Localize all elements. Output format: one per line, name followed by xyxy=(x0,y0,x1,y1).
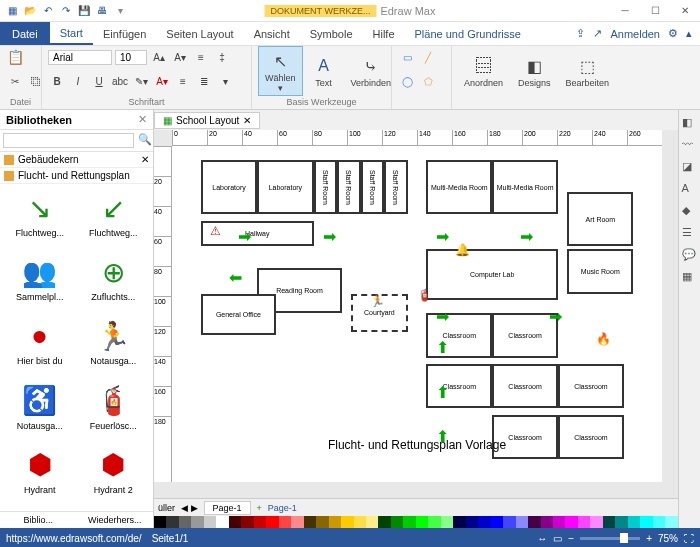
library-category-2[interactable]: Flucht- und Rettungsplan xyxy=(0,168,153,184)
tab-start[interactable]: Start xyxy=(50,23,93,45)
footer-restore[interactable]: Wiederhers... xyxy=(77,512,154,528)
align-left-icon[interactable]: ≡ xyxy=(174,73,192,91)
undo-icon[interactable]: ↶ xyxy=(40,3,56,19)
increase-font-icon[interactable]: A▴ xyxy=(150,48,168,66)
edit-tool[interactable]: ⬚Bearbeiten xyxy=(560,52,616,90)
shape-item[interactable]: ↘Fluchtweg... xyxy=(4,188,76,250)
library-category-1[interactable]: Gebäudekern✕ xyxy=(0,152,153,168)
room-staff3[interactable]: Staff Room xyxy=(361,160,385,214)
redo-icon[interactable]: ↷ xyxy=(58,3,74,19)
tab-symbols[interactable]: Symbole xyxy=(300,24,363,44)
strike-icon[interactable]: abc xyxy=(111,73,129,91)
connector-tool[interactable]: ⤷Verbinden xyxy=(345,52,398,90)
shape-item[interactable]: 🧯Feuerlösc... xyxy=(78,381,150,443)
size-select[interactable] xyxy=(115,50,147,65)
fit-width-icon[interactable]: ↔ xyxy=(537,533,547,544)
highlight-icon[interactable]: ✎▾ xyxy=(132,73,150,91)
fill-icon[interactable]: ◧ xyxy=(682,116,698,132)
room-art[interactable]: Art Room xyxy=(567,192,633,246)
shape-item[interactable]: ⬢Hydrant 2 xyxy=(78,445,150,507)
italic-icon[interactable]: I xyxy=(69,73,87,91)
maximize-button[interactable]: ☐ xyxy=(640,0,670,22)
footer-library[interactable]: Biblio... xyxy=(0,512,77,528)
arrange-tool[interactable]: ⿳Anordnen xyxy=(458,52,509,90)
drawing-canvas[interactable]: Laboratory Laboratory Staff Room Staff R… xyxy=(172,146,662,482)
zoom-out-icon[interactable]: − xyxy=(568,533,574,544)
room-c5[interactable]: Classroom xyxy=(558,364,624,409)
tab-page-layout[interactable]: Seiten Layout xyxy=(156,24,243,44)
paste-icon[interactable]: 📋 xyxy=(6,48,24,66)
tab-plans[interactable]: Pläne und Grundrisse xyxy=(405,24,531,44)
room-mm1[interactable]: Multi-Media Room xyxy=(426,160,492,214)
share-icon[interactable]: ⇪ xyxy=(576,27,585,40)
properties-icon[interactable]: ▦ xyxy=(682,270,698,286)
room-c6[interactable]: Classroom xyxy=(492,415,558,460)
shape-item[interactable]: 🏃Notausga... xyxy=(78,316,150,378)
room-general[interactable]: General Office xyxy=(201,294,276,335)
room-c4[interactable]: Classroom xyxy=(492,364,558,409)
shape-rect-icon[interactable]: ▭ xyxy=(398,48,416,66)
room-staff1[interactable]: Staff Room xyxy=(314,160,338,214)
search-icon[interactable]: 🔍 xyxy=(134,133,156,148)
file-menu[interactable]: Datei xyxy=(0,22,50,45)
page-tab-1[interactable]: Page-1 xyxy=(204,501,251,515)
underline-icon[interactable]: U xyxy=(90,73,108,91)
tab-help[interactable]: Hilfe xyxy=(363,24,405,44)
room-lab2[interactable]: Laboratory xyxy=(257,160,313,214)
room-mm2[interactable]: Multi-Media Room xyxy=(492,160,558,214)
shadow-icon[interactable]: ◪ xyxy=(682,160,698,176)
shape-item[interactable]: ♿Notausga... xyxy=(4,381,76,443)
settings-icon[interactable]: ⚙ xyxy=(668,27,678,40)
comment-icon[interactable]: 💬 xyxy=(682,248,698,264)
text-tool[interactable]: AText xyxy=(306,52,342,90)
room-staff2[interactable]: Staff Room xyxy=(337,160,361,214)
theme-icon[interactable]: ◆ xyxy=(682,204,698,220)
shape-item[interactable]: ●Hier bist du xyxy=(4,316,76,378)
shape-item[interactable]: ⊕Zufluchts... xyxy=(78,252,150,314)
status-url[interactable]: https://www.edrawsoft.com/de/ xyxy=(6,533,142,544)
close-tab-icon[interactable]: ✕ xyxy=(243,115,251,126)
shape-item[interactable]: ⬢Hydrant xyxy=(4,445,76,507)
align-center-icon[interactable]: ≣ xyxy=(195,73,213,91)
page-tab-2[interactable]: Page-1 xyxy=(268,503,297,513)
tab-view[interactable]: Ansicht xyxy=(244,24,300,44)
new-icon[interactable]: ▦ xyxy=(4,3,20,19)
add-page-icon[interactable]: + xyxy=(257,503,262,513)
cut-icon[interactable]: ✂ xyxy=(6,73,24,91)
minimize-button[interactable]: ─ xyxy=(610,0,640,22)
shape-line-icon[interactable]: ╱ xyxy=(419,48,437,66)
more-font-icon[interactable]: ▾ xyxy=(216,73,234,91)
bold-icon[interactable]: B xyxy=(48,73,66,91)
zoom-slider[interactable] xyxy=(580,537,640,540)
bullets-icon[interactable]: ≡ xyxy=(192,48,210,66)
room-staff4[interactable]: Staff Room xyxy=(384,160,408,214)
fit-page-icon[interactable]: ▭ xyxy=(553,533,562,544)
decrease-font-icon[interactable]: A▾ xyxy=(171,48,189,66)
color-picker-bar[interactable] xyxy=(154,516,678,528)
shape-star-icon[interactable]: ⬠ xyxy=(419,73,437,91)
select-tool[interactable]: ↖Wählen▾ xyxy=(258,46,303,96)
more-icon[interactable]: ▾ xyxy=(112,3,128,19)
room-c7[interactable]: Classroom xyxy=(558,415,624,460)
close-button[interactable]: ✕ xyxy=(670,0,700,22)
zoom-in-icon[interactable]: + xyxy=(646,533,652,544)
shape-oval-icon[interactable]: ◯ xyxy=(398,73,416,91)
room-music[interactable]: Music Room xyxy=(567,249,633,294)
linespacing-icon[interactable]: ‡ xyxy=(213,48,231,66)
room-lab1[interactable]: Laboratory xyxy=(201,160,257,214)
signin-link[interactable]: Anmelden xyxy=(610,28,660,40)
room-complab[interactable]: Computer Lab xyxy=(426,249,558,300)
tab-insert[interactable]: Einfügen xyxy=(93,24,156,44)
document-tab[interactable]: ▦School Layout✕ xyxy=(154,112,260,129)
text-style-icon[interactable]: A xyxy=(682,182,698,198)
designs-tool[interactable]: ◧Designs xyxy=(512,52,557,90)
fullscreen-icon[interactable]: ⛶ xyxy=(684,533,694,544)
export-icon[interactable]: ↗ xyxy=(593,27,602,40)
open-icon[interactable]: 📂 xyxy=(22,3,38,19)
shape-item[interactable]: 👥Sammelpl... xyxy=(4,252,76,314)
print-icon[interactable]: 🖶 xyxy=(94,3,110,19)
layers-icon[interactable]: ☰ xyxy=(682,226,698,242)
line-icon[interactable]: 〰 xyxy=(682,138,698,154)
fontcolor-icon[interactable]: A▾ xyxy=(153,73,171,91)
collapse-ribbon-icon[interactable]: ▴ xyxy=(686,27,692,40)
